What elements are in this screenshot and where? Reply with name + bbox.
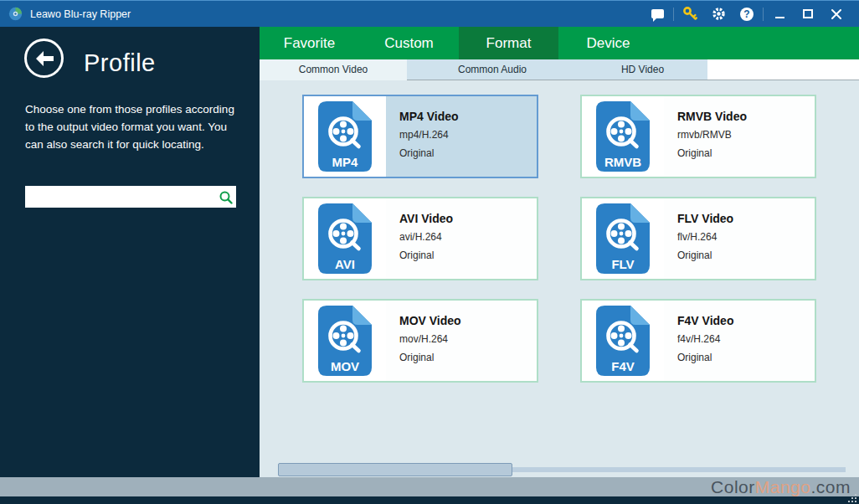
profile-card-rmvb[interactable]: RMVB RMVB Video rmvb/RMVB Original <box>580 95 816 178</box>
close-icon[interactable] <box>822 1 851 27</box>
horizontal-scrollbar-thumb[interactable] <box>278 463 512 476</box>
svg-text:FLV: FLV <box>611 257 634 271</box>
svg-text:F4V: F4V <box>611 359 635 373</box>
main-panel: Favorite Custom Format Device Common Vid… <box>260 27 859 504</box>
subtab-common-audio[interactable]: Common Audio <box>407 59 578 80</box>
subtab-hd-video[interactable]: HD Video <box>578 59 707 80</box>
video-file-icon: MP4 <box>304 96 386 177</box>
profile-format: mp4/H.264 <box>399 129 537 141</box>
back-arrow-icon <box>33 50 55 67</box>
tab-favorite[interactable]: Favorite <box>260 27 359 59</box>
gear-icon[interactable] <box>704 1 733 27</box>
tab-format[interactable]: Format <box>459 27 558 59</box>
back-button[interactable] <box>24 39 64 78</box>
svg-text:MOV: MOV <box>331 359 359 373</box>
window-title: Leawo Blu-ray Ripper <box>30 8 643 20</box>
profile-list: MP4 MP4 Video mp4/H.264 Original <box>260 80 859 504</box>
profile-quality: Original <box>677 352 815 363</box>
video-file-icon: RMVB <box>582 96 664 177</box>
key-icon[interactable] <box>676 1 704 27</box>
search-box <box>25 186 236 208</box>
profile-name: RMVB Video <box>677 110 815 123</box>
app-window: Leawo Blu-ray Ripper ? <box>0 0 859 504</box>
tab-bar: Favorite Custom Format Device <box>260 27 859 59</box>
profile-format: flv/H.264 <box>677 231 815 243</box>
watermark-text: ColorMango.com <box>711 477 851 497</box>
watermark-band: ColorMango.com <box>0 477 859 496</box>
video-file-icon: AVI <box>304 198 386 279</box>
profile-card-f4v[interactable]: F4V F4V Video f4v/H.264 Original <box>580 299 816 383</box>
titlebar: Leawo Blu-ray Ripper ? <box>0 0 859 27</box>
titlebar-separator <box>673 8 674 21</box>
profile-quality: Original <box>677 249 815 261</box>
profile-format: mov/H.264 <box>399 333 537 345</box>
search-icon[interactable] <box>214 186 236 208</box>
bottom-strip <box>0 496 859 504</box>
page-title: Profile <box>84 49 156 77</box>
profile-quality: Original <box>399 352 537 363</box>
video-file-icon: FLV <box>582 198 664 279</box>
tab-custom[interactable]: Custom <box>359 27 459 59</box>
titlebar-separator <box>763 8 764 21</box>
profile-quality: Original <box>677 147 815 159</box>
profile-name: MOV Video <box>399 314 537 327</box>
profile-card-flv[interactable]: FLV FLV Video flv/H.264 Original <box>580 197 816 280</box>
tab-device[interactable]: Device <box>558 27 658 59</box>
profile-card-mp4[interactable]: MP4 MP4 Video mp4/H.264 Original <box>302 95 538 178</box>
resize-grip-icon[interactable] <box>855 501 856 502</box>
video-file-icon: MOV <box>304 301 386 381</box>
profile-format: avi/H.264 <box>399 231 537 243</box>
profile-name: F4V Video <box>677 314 815 327</box>
profile-description: Choose one from those profiles according… <box>25 100 236 153</box>
maximize-icon[interactable] <box>794 1 822 27</box>
titlebar-controls: ? <box>643 1 851 27</box>
subtab-bar: Common Video Common Audio HD Video <box>260 59 859 80</box>
profile-format: rmvb/RMVB <box>677 129 815 141</box>
profile-quality: Original <box>399 147 537 159</box>
help-icon[interactable]: ? <box>733 1 761 27</box>
search-input[interactable] <box>25 186 214 208</box>
profile-name: MP4 Video <box>399 110 537 123</box>
app-icon <box>8 7 23 21</box>
svg-text:AVI: AVI <box>335 257 355 271</box>
sidebar: Profile Choose one from those profiles a… <box>0 27 260 504</box>
profile-name: AVI Video <box>399 212 537 225</box>
profile-name: FLV Video <box>677 212 815 225</box>
svg-text:RMVB: RMVB <box>604 155 641 169</box>
subtab-filler <box>707 59 859 80</box>
profile-card-avi[interactable]: AVI AVI Video avi/H.264 Original <box>302 197 538 280</box>
minimize-icon[interactable] <box>765 1 794 27</box>
subtab-common-video[interactable]: Common Video <box>260 59 407 80</box>
profile-quality: Original <box>399 249 537 261</box>
profile-format: f4v/H.264 <box>677 333 815 345</box>
message-icon[interactable] <box>643 1 671 27</box>
video-file-icon: F4V <box>582 301 664 381</box>
profile-card-mov[interactable]: MOV MOV Video mov/H.264 Original <box>302 299 538 383</box>
svg-text:MP4: MP4 <box>332 155 359 169</box>
